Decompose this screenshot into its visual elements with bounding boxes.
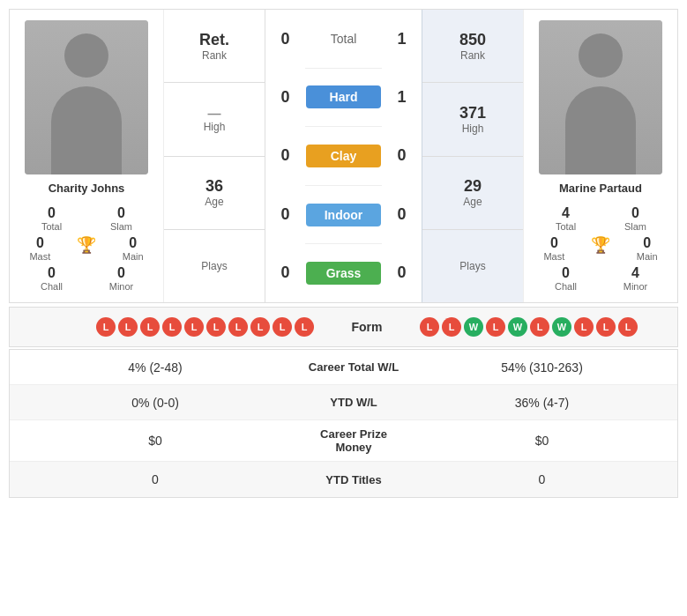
player1-slam-label: Slam — [110, 221, 132, 232]
player2-high-block: 371 High — [422, 83, 523, 156]
player1-main-label: Main — [123, 251, 144, 262]
player2-main-value: 0 — [643, 235, 651, 251]
ytd-titles-label: YTD Titles — [301, 466, 407, 494]
player1-rank-value: Ret. — [199, 31, 229, 49]
player2-total-label: Total — [556, 221, 576, 232]
player2-chall-value: 0 — [562, 265, 570, 281]
player1-main-stat: 0 Main — [111, 235, 155, 262]
player1-mast-stat: 0 Mast — [18, 235, 62, 262]
hard-badge: Hard — [306, 85, 381, 108]
player1-age-block: 36 Age — [164, 157, 265, 230]
player1-plays-label: Plays — [201, 260, 227, 272]
player2-age-value: 29 — [464, 177, 482, 196]
clay-badge: Clay — [306, 145, 381, 167]
career-wl-row: 4% (2-48) Career Total W/L 54% (310-263) — [10, 350, 677, 385]
player1-mast-value: 0 — [36, 235, 44, 251]
player2-age-block: 29 Age — [422, 157, 523, 230]
player2-total-value: 4 — [562, 205, 570, 221]
player1-form-badge: L — [228, 317, 248, 337]
player1-total-label: Total — [41, 221, 62, 232]
player1-age-label: Age — [205, 196, 223, 208]
form-section: LLLLLLLLLL Form LLWLWLWLLL — [9, 307, 678, 347]
scores-section: 0 0 0 0 0 Total Hard Clay Indoor — [265, 10, 523, 302]
player2-form-badge: L — [530, 317, 549, 337]
player1-form-badge: L — [96, 317, 116, 337]
p2-score-hard: 1 — [385, 88, 420, 107]
player1-high-value: — — [208, 106, 221, 121]
player2-form: LLWLWLWLLL — [420, 317, 664, 337]
player2-slam-stat: 0 Slam — [614, 205, 658, 232]
p1-score-hard: 0 — [268, 88, 303, 107]
player2-name: Marine Partaud — [559, 182, 642, 195]
total-row: Total — [305, 10, 382, 69]
player1-mast-label: Mast — [29, 251, 50, 262]
player2-trophy-icon: 🏆 — [591, 235, 610, 255]
player2-form-badge: W — [552, 317, 571, 337]
player2-minor-stat: 4 Minor — [614, 265, 658, 292]
player2-mast-value: 0 — [550, 235, 558, 251]
prize-p2: $0 — [407, 427, 677, 455]
player2-mast-label: Mast — [543, 251, 564, 262]
player2-high-label: High — [462, 122, 484, 135]
stats-table: 4% (2-48) Career Total W/L 54% (310-263)… — [9, 349, 678, 498]
player2-minor-label: Minor — [624, 281, 648, 292]
player2-high-value: 371 — [459, 104, 486, 122]
career-wl-p2: 54% (310-263) — [407, 353, 677, 382]
player1-total-stat: 0 Total — [30, 205, 74, 232]
grass-badge: Grass — [306, 262, 381, 285]
player2-scores-nums: 1 1 0 0 0 — [382, 10, 422, 302]
player1-minor-stat: 0 Minor — [100, 265, 144, 292]
player2-avatar — [539, 20, 662, 174]
player1-form-badge: L — [184, 317, 204, 337]
player1-form-badge: L — [140, 317, 160, 337]
ytd-wl-label: YTD W/L — [301, 389, 407, 416]
player2-main-stat: 0 Main — [625, 235, 669, 262]
p2-score-total: 1 — [385, 30, 420, 48]
ytd-titles-row: 0 YTD Titles 0 — [10, 462, 677, 497]
p1-score-clay: 0 — [268, 146, 303, 165]
hard-row: Hard — [305, 69, 382, 128]
player1-form-badge: L — [250, 317, 270, 337]
player1-form: LLLLLLLLLL — [23, 317, 314, 337]
player1-main-value: 0 — [129, 235, 137, 251]
player2-age-label: Age — [463, 196, 482, 208]
form-row: LLLLLLLLLL Form LLWLWLWLLL — [10, 308, 677, 346]
prize-row: $0 Career Prize Money $0 — [10, 420, 677, 462]
p2-score-grass: 0 — [385, 263, 420, 282]
ytd-wl-p1: 0% (0-0) — [10, 389, 301, 417]
player1-name: Charity Johns — [49, 182, 125, 195]
ytd-titles-p2: 0 — [407, 465, 677, 494]
player1-rank-block: Ret. Rank — [164, 10, 265, 83]
player1-form-badge: L — [162, 317, 182, 337]
total-label: Total — [331, 32, 357, 46]
career-wl-label: Career Total W/L — [301, 353, 407, 381]
ytd-titles-p1: 0 — [10, 465, 301, 494]
p1-score-total: 0 — [268, 30, 303, 48]
career-wl-p1: 4% (2-48) — [10, 353, 301, 382]
player1-high-block: — High — [164, 83, 265, 156]
prize-p1: $0 — [10, 427, 301, 455]
player1-slam-stat: 0 Slam — [100, 205, 144, 232]
comparison-section: Charity Johns 0 Total 0 Slam 0 Mast 🏆 — [9, 9, 678, 303]
player1-panel: Charity Johns 0 Total 0 Slam 0 Mast 🏆 — [10, 10, 164, 302]
player1-form-badge: L — [206, 317, 226, 337]
surface-labels: Total Hard Clay Indoor Grass — [305, 10, 382, 302]
indoor-badge: Indoor — [306, 204, 381, 226]
prize-label: Career Prize Money — [301, 420, 407, 461]
player1-chall-value: 0 — [48, 265, 56, 281]
player2-minor-value: 4 — [631, 265, 639, 281]
player2-rank-value: 850 — [459, 31, 486, 49]
player2-form-badge: L — [486, 317, 505, 337]
ytd-wl-p2: 36% (4-7) — [407, 389, 677, 417]
grass-row: Grass — [305, 244, 382, 302]
player1-minor-label: Minor — [109, 281, 134, 292]
player1-slam-value: 0 — [117, 205, 125, 221]
player2-rank-panel: 850 Rank 371 High 29 Age Plays — [422, 10, 523, 302]
player1-chall-stat: 0 Chall — [30, 265, 74, 292]
p2-score-indoor: 0 — [385, 205, 420, 224]
player2-chall-stat: 0 Chall — [544, 265, 588, 292]
player2-form-badge: L — [618, 317, 638, 337]
player2-form-badge: L — [574, 317, 594, 337]
player2-chall-label: Chall — [555, 281, 577, 292]
form-label: Form — [314, 320, 420, 334]
